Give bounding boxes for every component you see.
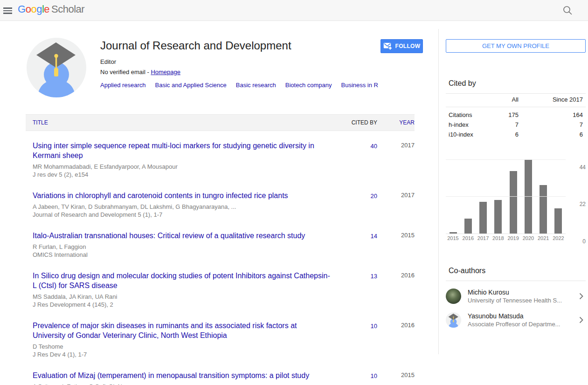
profile-labels: Applied researchBasic and Applied Scienc… — [100, 82, 375, 89]
citation-stats-row: i10-index 6 6 — [449, 130, 586, 139]
chevron-right-icon[interactable] — [579, 316, 586, 323]
interest-label-link[interactable]: Biotech company — [285, 82, 332, 89]
publication-venue: J Res Development 4 (145), 2 — [33, 301, 331, 309]
cited-by-count-link[interactable]: 10 — [371, 372, 377, 379]
content-vertical-divider — [438, 29, 439, 354]
citation-stats-table: Citations 175 164 h-index 7 7 i10-index … — [449, 110, 586, 139]
publication-row: Evaluation of Mizaj (temperament) in men… — [26, 364, 415, 385]
sort-by-title-header[interactable]: TITLE — [33, 119, 48, 126]
chart-xtick-label: 2018 — [491, 235, 505, 241]
publication-year: 2017 — [377, 191, 415, 199]
chart-year-labels: 20152016201720182019202020212022 — [446, 235, 566, 241]
publication-title-link[interactable]: Prevalence of major skin diseases in rum… — [33, 321, 331, 340]
coauthor-item[interactable]: Yasunobu Matsuda Associate Proffesor of … — [446, 308, 586, 332]
publication-title-link[interactable]: Evaluation of Mizaj (temperament) in men… — [33, 371, 309, 380]
scholar-wordmark: Scholar — [51, 3, 84, 15]
profile-role: Editor — [100, 58, 375, 65]
profile-name: Journal of Research and Development — [100, 39, 375, 52]
follow-button[interactable]: FOLLOW — [380, 39, 423, 53]
interest-label-link[interactable]: Applied research — [100, 82, 146, 89]
cited-by-count-link[interactable]: 14 — [371, 233, 377, 240]
stat-value-all: 7 — [491, 121, 519, 128]
follow-envelope-plus-icon — [383, 42, 392, 50]
chart-xtick-label: 2020 — [521, 235, 535, 241]
publications-table: TITLE CITED BY YEAR Using inter simple s… — [26, 114, 422, 385]
chart-ytick-label: 44 — [568, 164, 586, 171]
coauthor-avatar — [446, 312, 461, 328]
publication-authors: R Furlan, L Faggion — [33, 243, 331, 251]
sort-by-year-header[interactable]: YEAR — [399, 119, 415, 126]
google-wordmark: Google — [18, 3, 49, 15]
publication-year: 2016 — [377, 321, 415, 329]
citations-chart-plot — [446, 159, 566, 234]
publications-list: Using inter simple sequence repeat multi… — [26, 131, 415, 385]
profile-email-line: No verified email - Homepage — [100, 69, 375, 76]
stat-value-since: 6 — [519, 131, 583, 138]
chart-ytick-label: 0 — [568, 238, 586, 245]
chart-bar-2021 — [536, 159, 551, 234]
sort-by-citations-header[interactable]: CITED BY — [352, 119, 377, 126]
coauthor-avatar — [446, 289, 461, 304]
citation-stats-row: Citations 175 164 — [449, 110, 586, 120]
chart-xtick-label: 2019 — [506, 235, 520, 241]
publication-title-link[interactable]: Italo-Australian transnational houses: C… — [33, 231, 305, 241]
stat-label-link[interactable]: i10-index — [449, 131, 491, 138]
chart-bar-2018 — [491, 159, 505, 234]
stat-value-since: 164 — [519, 111, 583, 118]
publication-venue: J res dev 5 (2), e154 — [33, 171, 331, 179]
cited-by-count-link[interactable]: 13 — [371, 273, 377, 280]
stat-label-link[interactable]: Citations — [449, 111, 491, 118]
coauthors-list: Michio Kurosu University of Tennessee He… — [446, 284, 586, 332]
coauthors-heading: Co-authors — [449, 267, 485, 275]
citations-per-year-chart: 20152016201720182019202020212022 02244 — [446, 159, 586, 241]
publication-authors: D Teshome — [33, 343, 331, 351]
publication-title-link[interactable]: Using inter simple sequence repeat multi… — [33, 141, 331, 160]
cited-by-heading[interactable]: Cited by — [449, 79, 476, 88]
coauthor-name-link[interactable]: Yasunobu Matsuda — [468, 312, 573, 320]
publication-venue: J Res Dev 4 (1), 1-7 — [33, 351, 331, 358]
publication-row: Prevalence of major skin diseases in rum… — [26, 315, 415, 364]
email-status: No verified email - — [100, 69, 151, 76]
divider — [446, 281, 586, 281]
publication-year: 2017 — [377, 141, 415, 149]
publication-title-link[interactable]: In Silico drug design and molecular dock… — [33, 271, 331, 290]
search-icon[interactable] — [561, 4, 574, 17]
get-my-own-profile-button[interactable]: GET MY OWN PROFILE — [446, 39, 586, 53]
coauthor-name-link[interactable]: Michio Kurosu — [468, 289, 573, 296]
interest-label-link[interactable]: Business in R — [341, 82, 378, 89]
top-app-bar: GoogleScholar — [0, 0, 588, 21]
menu-icon[interactable] — [2, 4, 15, 17]
google-scholar-logo[interactable]: GoogleScholar — [18, 3, 84, 15]
cited-by-count-link[interactable]: 10 — [371, 323, 377, 330]
follow-button-label: FOLLOW — [395, 43, 421, 49]
right-sidebar: GET MY OWN PROFILE Cited by All Since 20… — [446, 39, 586, 53]
profile-avatar[interactable] — [26, 37, 87, 98]
publication-year: 2015 — [377, 231, 415, 239]
chart-xtick-label: 2022 — [551, 235, 566, 241]
coauthor-item[interactable]: Michio Kurosu University of Tennessee He… — [446, 284, 586, 308]
stat-label-link[interactable]: h-index — [449, 121, 491, 128]
chart-bar-2017 — [476, 159, 491, 234]
divider — [446, 93, 586, 94]
publication-authors: A Sultana, L Fatima, G Sofi, SL Noor — [33, 383, 331, 385]
chart-bar-2022 — [551, 159, 566, 234]
publication-venue: OMICS International — [33, 251, 331, 259]
col-header-since: Since 2017 — [519, 96, 583, 103]
interest-label-link[interactable]: Basic and Applied Science — [155, 82, 227, 89]
chevron-right-icon[interactable] — [579, 293, 586, 300]
cited-by-count-link[interactable]: 40 — [371, 143, 377, 150]
cited-by-count-link[interactable]: 20 — [371, 192, 377, 199]
col-header-all: All — [491, 96, 519, 103]
homepage-link[interactable]: Homepage — [151, 69, 180, 76]
publication-authors: MR Mohammadabadi, E Esfandyarpoor, A Mou… — [33, 163, 331, 171]
publication-row: Variations in chlorophyll and carotenoid… — [26, 185, 415, 225]
coauthor-affiliation: Associate Proffesor of Departme... — [468, 321, 573, 328]
publication-title-link[interactable]: Variations in chlorophyll and carotenoid… — [33, 191, 288, 200]
interest-label-link[interactable]: Basic research — [236, 82, 276, 89]
citation-stats-row: h-index 7 7 — [449, 120, 586, 130]
chart-xtick-label: 2021 — [536, 235, 551, 241]
publication-row: Using inter simple sequence repeat multi… — [26, 135, 415, 185]
coauthor-affiliation: University of Tennessee Health S... — [468, 297, 573, 304]
chart-bar-2016 — [461, 159, 475, 234]
publication-row: Italo-Australian transnational houses: C… — [26, 225, 415, 265]
